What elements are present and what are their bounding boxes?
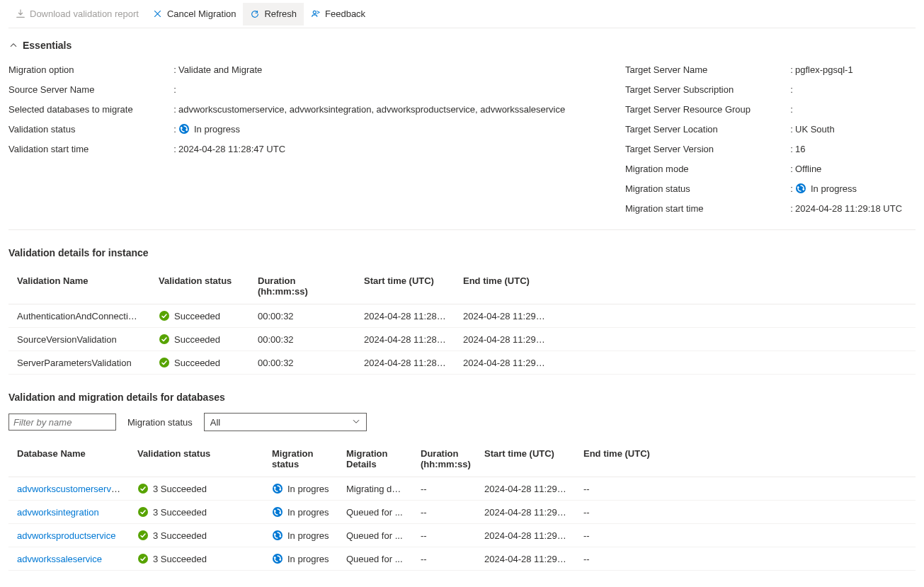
in-progress-icon [178, 123, 190, 135]
essentials-value: 2024-04-28 11:28:47 UTC [178, 144, 597, 154]
db-start-time-cell: 2024-04-28 11:29:48 [476, 501, 575, 524]
svg-point-1 [179, 124, 189, 134]
essentials-separator: : [788, 183, 795, 194]
in-progress-icon [272, 483, 283, 494]
essentials-label: Source Server Name [8, 84, 171, 95]
db-validation-status-cell: 3 Succeeded [129, 501, 263, 524]
table-row: advworkscustomerservice3 SucceededIn pro… [8, 477, 916, 501]
validation-status-cell: Succeeded [150, 351, 249, 375]
db-end-time-cell: -- [575, 501, 660, 524]
essentials-toggle[interactable]: Essentials [8, 28, 916, 59]
essentials-row: Source Server Name: [8, 79, 597, 99]
essentials-value: 16 [795, 144, 916, 154]
svg-point-11 [273, 530, 283, 540]
db-duration-cell: -- [412, 501, 476, 524]
col-db-start-time: Start time (UTC) [476, 441, 575, 477]
database-name-cell[interactable]: advworkssaleservice [8, 547, 129, 571]
feedback-button[interactable]: Feedback [304, 3, 372, 25]
essentials-separator: : [171, 124, 178, 135]
essentials-row: Target Server Subscription: [625, 79, 916, 99]
db-duration-cell: -- [412, 547, 476, 571]
essentials-value: Validate and Migrate [178, 64, 597, 75]
start-time-cell: 2024-04-28 11:28:47 [355, 328, 455, 351]
essentials-row: Validation status:In progress [8, 119, 597, 139]
download-report-label: Download validation report [30, 8, 139, 19]
essentials-value: Offline [795, 164, 916, 174]
table-row: AuthenticationAndConnectivi...Succeeded0… [8, 304, 916, 328]
db-duration-cell: -- [412, 477, 476, 501]
db-migration-status-cell: In progress [263, 524, 338, 547]
essentials-label: Essentials [23, 40, 72, 51]
col-database-name: Database Name [8, 441, 129, 477]
db-migration-details-cell: Queued for ... [338, 501, 412, 524]
db-migration-details-cell: Queued for ... [338, 547, 412, 571]
essentials-value: 2024-04-28 11:29:18 UTC [795, 203, 916, 214]
essentials-value-text: In progress [194, 124, 240, 135]
db-migration-status-cell: In progress [263, 477, 338, 501]
db-start-time-cell: 2024-04-28 11:29:48 [476, 477, 575, 501]
migration-status-value: All [210, 417, 220, 428]
validation-name-cell: ServerParametersValidation [8, 351, 150, 375]
svg-point-2 [796, 183, 806, 193]
table-row: advworksproductservice3 SucceededIn prog… [8, 524, 916, 547]
essentials-row: Migration status:In progress [625, 178, 916, 198]
success-icon [159, 310, 170, 321]
filter-by-name-input[interactable] [8, 414, 116, 431]
download-report-button: Download validation report [8, 3, 146, 25]
essentials-value-text: 16 [795, 144, 805, 154]
essentials-value-text: pgflex-pgsql-1 [795, 64, 853, 75]
essentials-label: Target Server Name [625, 64, 788, 75]
cancel-migration-button[interactable]: Cancel Migration [146, 3, 244, 25]
essentials-panel: Migration option:Validate and MigrateSou… [8, 59, 916, 230]
validation-name-cell: SourceVersionValidation [8, 328, 150, 351]
migration-status-select[interactable]: All [204, 413, 367, 431]
svg-point-8 [138, 507, 148, 517]
essentials-row: Selected databases to migrate:advworkscu… [8, 99, 597, 119]
essentials-separator: : [788, 144, 795, 154]
svg-point-13 [273, 554, 283, 564]
db-end-time-cell: -- [575, 524, 660, 547]
essentials-value-text: In progress [811, 183, 857, 194]
db-start-time-cell: 2024-04-28 11:29:48 [476, 524, 575, 547]
essentials-separator: : [788, 124, 795, 135]
col-end-time: End time (UTC) [455, 268, 554, 304]
duration-cell: 00:00:32 [249, 351, 355, 375]
essentials-row: Target Server Location:UK South [625, 119, 916, 139]
essentials-label: Migration option [8, 64, 171, 75]
svg-point-5 [159, 358, 169, 367]
col-validation-name: Validation Name [8, 268, 150, 304]
essentials-label: Selected databases to migrate [8, 104, 171, 115]
col-migration-details: Migration Details [338, 441, 412, 477]
svg-point-4 [159, 334, 169, 344]
essentials-row: Target Server Name:pgflex-pgsql-1 [625, 59, 916, 79]
database-name-cell[interactable]: advworksproductservice [8, 524, 129, 547]
essentials-separator: : [171, 64, 178, 75]
essentials-value-text: UK South [795, 124, 835, 135]
col-db-validation-status: Validation status [129, 441, 263, 477]
essentials-value-text: Offline [795, 164, 821, 174]
in-progress-icon [272, 553, 283, 564]
essentials-separator: : [788, 64, 795, 75]
essentials-row: Target Server Resource Group: [625, 99, 916, 119]
db-end-time-cell: -- [575, 477, 660, 501]
essentials-value-text: Validate and Migrate [178, 64, 262, 75]
validation-name-cell: AuthenticationAndConnectivi... [8, 304, 150, 328]
in-progress-icon [795, 183, 806, 194]
col-db-duration: Duration (hh:mm:ss) [412, 441, 476, 477]
essentials-label: Migration status [625, 183, 788, 194]
validation-status-cell: Succeeded [150, 304, 249, 328]
col-start-time: Start time (UTC) [355, 268, 455, 304]
instance-section-title: Validation details for instance [8, 247, 916, 258]
refresh-button[interactable]: Refresh [243, 3, 304, 25]
database-name-cell[interactable]: advworkscustomerservice [8, 477, 129, 501]
essentials-label: Target Server Subscription [625, 84, 788, 95]
feedback-icon [311, 9, 321, 19]
essentials-value-text: 2024-04-28 11:29:18 UTC [795, 203, 902, 214]
end-time-cell: 2024-04-28 11:29:18 [455, 328, 554, 351]
success-icon [137, 506, 149, 518]
table-row: SourceVersionValidationSucceeded00:00:32… [8, 328, 916, 351]
essentials-value-text: advworkscustomerservice, advworksintegra… [178, 104, 565, 115]
db-migration-status-cell: In progress [263, 501, 338, 524]
database-name-cell[interactable]: advworksintegration [8, 501, 129, 524]
duration-cell: 00:00:32 [249, 304, 355, 328]
